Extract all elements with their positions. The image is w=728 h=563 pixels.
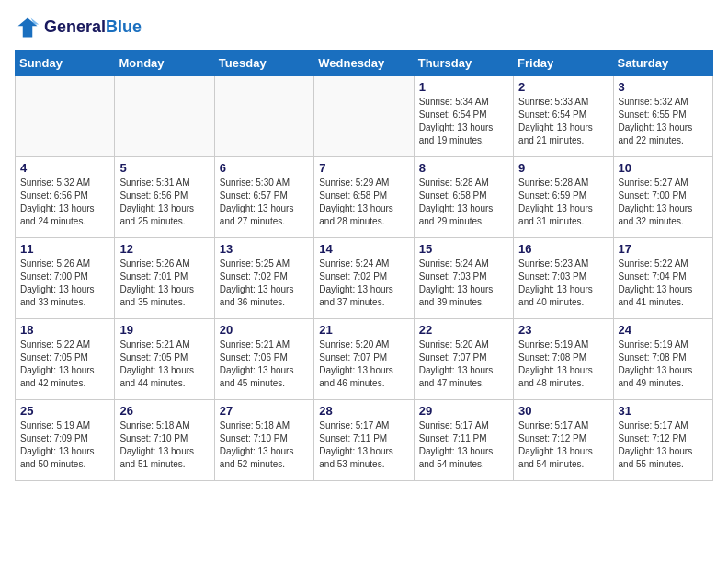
- day-info: Sunrise: 5:19 AM Sunset: 7:08 PM Dayligh…: [619, 339, 708, 390]
- day-number: 14: [319, 242, 408, 256]
- day-cell: 30Sunrise: 5:17 AM Sunset: 7:12 PM Dayli…: [514, 400, 613, 481]
- week-row-4: 18Sunrise: 5:22 AM Sunset: 7:05 PM Dayli…: [16, 319, 713, 400]
- day-number: 18: [20, 323, 109, 337]
- day-info: Sunrise: 5:21 AM Sunset: 7:06 PM Dayligh…: [220, 339, 309, 390]
- day-info: Sunrise: 5:22 AM Sunset: 7:05 PM Dayligh…: [20, 339, 109, 390]
- day-cell: [314, 76, 414, 157]
- day-cell: 27Sunrise: 5:18 AM Sunset: 7:10 PM Dayli…: [214, 400, 313, 481]
- day-cell: 28Sunrise: 5:17 AM Sunset: 7:11 PM Dayli…: [314, 400, 414, 481]
- day-cell: [214, 76, 313, 157]
- day-info: Sunrise: 5:19 AM Sunset: 7:09 PM Dayligh…: [20, 419, 109, 471]
- day-number: 8: [419, 161, 508, 175]
- day-cell: 14Sunrise: 5:24 AM Sunset: 7:02 PM Dayli…: [314, 238, 414, 319]
- day-cell: 18Sunrise: 5:22 AM Sunset: 7:05 PM Dayli…: [16, 319, 115, 400]
- day-info: Sunrise: 5:25 AM Sunset: 7:02 PM Dayligh…: [220, 258, 309, 309]
- day-info: Sunrise: 5:32 AM Sunset: 6:55 PM Dayligh…: [619, 96, 708, 147]
- calendar-table: SundayMondayTuesdayWednesdayThursdayFrid…: [15, 50, 713, 481]
- day-cell: 22Sunrise: 5:20 AM Sunset: 7:07 PM Dayli…: [414, 319, 513, 400]
- day-cell: 20Sunrise: 5:21 AM Sunset: 7:06 PM Dayli…: [214, 319, 313, 400]
- week-row-3: 11Sunrise: 5:26 AM Sunset: 7:00 PM Dayli…: [16, 238, 713, 319]
- day-cell: [16, 76, 115, 157]
- day-number: 25: [20, 404, 109, 418]
- day-cell: 12Sunrise: 5:26 AM Sunset: 7:01 PM Dayli…: [115, 238, 214, 319]
- day-number: 6: [220, 161, 309, 175]
- day-cell: 2Sunrise: 5:33 AM Sunset: 6:54 PM Daylig…: [514, 76, 613, 157]
- day-info: Sunrise: 5:26 AM Sunset: 7:01 PM Dayligh…: [119, 258, 209, 309]
- day-info: Sunrise: 5:18 AM Sunset: 7:10 PM Dayligh…: [119, 419, 209, 471]
- day-info: Sunrise: 5:17 AM Sunset: 7:12 PM Dayligh…: [518, 419, 608, 471]
- day-number: 10: [619, 161, 708, 175]
- day-info: Sunrise: 5:17 AM Sunset: 7:11 PM Dayligh…: [319, 419, 408, 471]
- day-header-tuesday: Tuesday: [214, 51, 313, 76]
- day-info: Sunrise: 5:33 AM Sunset: 6:54 PM Dayligh…: [518, 96, 608, 147]
- day-cell: 19Sunrise: 5:21 AM Sunset: 7:05 PM Dayli…: [115, 319, 214, 400]
- day-info: Sunrise: 5:17 AM Sunset: 7:11 PM Dayligh…: [419, 419, 508, 471]
- day-number: 12: [119, 242, 209, 256]
- day-cell: 4Sunrise: 5:32 AM Sunset: 6:56 PM Daylig…: [16, 157, 115, 238]
- day-cell: 15Sunrise: 5:24 AM Sunset: 7:03 PM Dayli…: [414, 238, 513, 319]
- day-number: 23: [518, 323, 608, 337]
- day-cell: 11Sunrise: 5:26 AM Sunset: 7:00 PM Dayli…: [16, 238, 115, 319]
- day-cell: 26Sunrise: 5:18 AM Sunset: 7:10 PM Dayli…: [115, 400, 214, 481]
- day-info: Sunrise: 5:22 AM Sunset: 7:04 PM Dayligh…: [619, 258, 708, 309]
- day-number: 31: [619, 404, 708, 418]
- day-info: Sunrise: 5:31 AM Sunset: 6:56 PM Dayligh…: [119, 177, 209, 228]
- day-cell: 1Sunrise: 5:34 AM Sunset: 6:54 PM Daylig…: [414, 76, 513, 157]
- day-number: 3: [619, 80, 708, 94]
- day-number: 9: [518, 161, 608, 175]
- day-info: Sunrise: 5:30 AM Sunset: 6:57 PM Dayligh…: [220, 177, 309, 228]
- day-info: Sunrise: 5:32 AM Sunset: 6:56 PM Dayligh…: [20, 177, 109, 228]
- day-info: Sunrise: 5:24 AM Sunset: 7:03 PM Dayligh…: [419, 258, 508, 309]
- day-number: 28: [319, 404, 408, 418]
- day-info: Sunrise: 5:26 AM Sunset: 7:00 PM Dayligh…: [20, 258, 109, 309]
- day-number: 29: [419, 404, 508, 418]
- day-number: 16: [518, 242, 608, 256]
- day-info: Sunrise: 5:24 AM Sunset: 7:02 PM Dayligh…: [319, 258, 408, 309]
- day-header-friday: Friday: [514, 51, 613, 76]
- day-number: 21: [319, 323, 408, 337]
- day-number: 11: [20, 242, 109, 256]
- day-info: Sunrise: 5:27 AM Sunset: 7:00 PM Dayligh…: [619, 177, 708, 228]
- day-cell: 7Sunrise: 5:29 AM Sunset: 6:58 PM Daylig…: [314, 157, 414, 238]
- day-number: 2: [518, 80, 608, 94]
- day-info: Sunrise: 5:20 AM Sunset: 7:07 PM Dayligh…: [419, 339, 508, 390]
- day-number: 27: [220, 404, 309, 418]
- day-cell: [115, 76, 214, 157]
- day-info: Sunrise: 5:29 AM Sunset: 6:58 PM Dayligh…: [319, 177, 408, 228]
- day-info: Sunrise: 5:34 AM Sunset: 6:54 PM Dayligh…: [419, 96, 508, 147]
- day-cell: 31Sunrise: 5:17 AM Sunset: 7:12 PM Dayli…: [613, 400, 712, 481]
- day-cell: 25Sunrise: 5:19 AM Sunset: 7:09 PM Dayli…: [16, 400, 115, 481]
- day-cell: 3Sunrise: 5:32 AM Sunset: 6:55 PM Daylig…: [613, 76, 712, 157]
- week-row-5: 25Sunrise: 5:19 AM Sunset: 7:09 PM Dayli…: [16, 400, 713, 481]
- week-row-1: 1Sunrise: 5:34 AM Sunset: 6:54 PM Daylig…: [16, 76, 713, 157]
- header-row: SundayMondayTuesdayWednesdayThursdayFrid…: [16, 51, 713, 76]
- day-number: 1: [419, 80, 508, 94]
- page-header: GeneralBlue: [15, 15, 713, 40]
- day-info: Sunrise: 5:20 AM Sunset: 7:07 PM Dayligh…: [319, 339, 408, 390]
- day-number: 19: [119, 323, 209, 337]
- day-header-monday: Monday: [115, 51, 214, 76]
- day-header-wednesday: Wednesday: [314, 51, 414, 76]
- day-cell: 9Sunrise: 5:28 AM Sunset: 6:59 PM Daylig…: [514, 157, 613, 238]
- day-cell: 21Sunrise: 5:20 AM Sunset: 7:07 PM Dayli…: [314, 319, 414, 400]
- day-header-sunday: Sunday: [16, 51, 115, 76]
- day-cell: 23Sunrise: 5:19 AM Sunset: 7:08 PM Dayli…: [514, 319, 613, 400]
- day-header-saturday: Saturday: [613, 51, 712, 76]
- day-cell: 13Sunrise: 5:25 AM Sunset: 7:02 PM Dayli…: [214, 238, 313, 319]
- logo-text: GeneralBlue: [44, 18, 142, 37]
- day-info: Sunrise: 5:28 AM Sunset: 6:59 PM Dayligh…: [518, 177, 608, 228]
- day-cell: 10Sunrise: 5:27 AM Sunset: 7:00 PM Dayli…: [613, 157, 712, 238]
- day-info: Sunrise: 5:18 AM Sunset: 7:10 PM Dayligh…: [220, 419, 309, 471]
- day-cell: 6Sunrise: 5:30 AM Sunset: 6:57 PM Daylig…: [214, 157, 313, 238]
- day-number: 5: [119, 161, 209, 175]
- day-number: 13: [220, 242, 309, 256]
- day-number: 30: [518, 404, 608, 418]
- day-number: 17: [619, 242, 708, 256]
- logo-icon: [15, 15, 40, 40]
- day-info: Sunrise: 5:23 AM Sunset: 7:03 PM Dayligh…: [518, 258, 608, 309]
- day-number: 22: [419, 323, 508, 337]
- day-number: 20: [220, 323, 309, 337]
- day-number: 4: [20, 161, 109, 175]
- week-row-2: 4Sunrise: 5:32 AM Sunset: 6:56 PM Daylig…: [16, 157, 713, 238]
- day-cell: 5Sunrise: 5:31 AM Sunset: 6:56 PM Daylig…: [115, 157, 214, 238]
